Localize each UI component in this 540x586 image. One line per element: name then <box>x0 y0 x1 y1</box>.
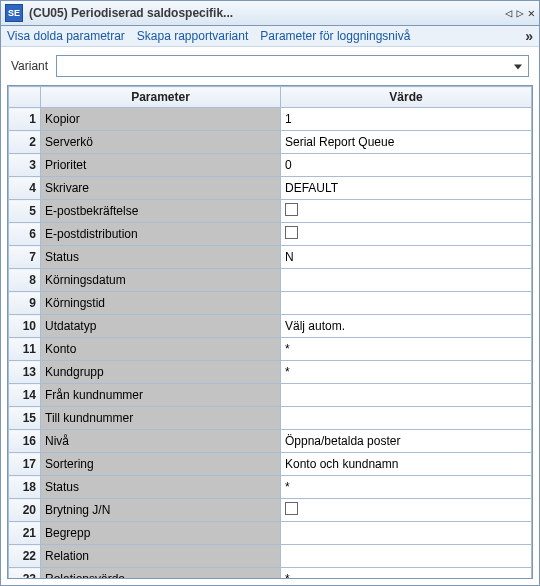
param-name: Till kundnummer <box>41 407 281 430</box>
table-row: 8Körningsdatum <box>9 269 532 292</box>
table-row: 9Körningstid <box>9 292 532 315</box>
window: SE (CU05) Periodiserad saldospecifik... … <box>0 0 540 586</box>
row-number: 16 <box>9 430 41 453</box>
row-number: 2 <box>9 131 41 154</box>
param-name: Sortering <box>41 453 281 476</box>
row-number: 13 <box>9 361 41 384</box>
row-number: 14 <box>9 384 41 407</box>
row-number: 23 <box>9 568 41 580</box>
checkbox-icon[interactable] <box>285 226 298 239</box>
table-row: 1Kopior1 <box>9 108 532 131</box>
param-value[interactable] <box>281 545 532 568</box>
table-row: 6E-postdistribution <box>9 223 532 246</box>
row-number: 10 <box>9 315 41 338</box>
param-name: Körningsdatum <box>41 269 281 292</box>
param-name: Relation <box>41 545 281 568</box>
param-value[interactable]: * <box>281 338 532 361</box>
nav-next-icon[interactable]: ▷ <box>517 6 524 20</box>
table-row: 13Kundgrupp* <box>9 361 532 384</box>
row-number: 1 <box>9 108 41 131</box>
param-name: Brytning J/N <box>41 499 281 522</box>
param-name: Prioritet <box>41 154 281 177</box>
param-value[interactable] <box>281 200 532 223</box>
header-rownum <box>9 87 41 108</box>
param-value[interactable]: DEFAULT <box>281 177 532 200</box>
param-value[interactable] <box>281 384 532 407</box>
param-name: E-postdistribution <box>41 223 281 246</box>
row-number: 15 <box>9 407 41 430</box>
checkbox-icon[interactable] <box>285 203 298 216</box>
window-nav-icons: ◁ ▷ ✕ <box>505 6 535 20</box>
header-row: Parameter Värde <box>9 87 532 108</box>
parameter-table-wrap: Parameter Värde 1Kopior12ServerköSerial … <box>7 85 533 579</box>
menu-logging-level-param[interactable]: Parameter för loggningsnivå <box>260 29 410 43</box>
menu-more-icon[interactable]: » <box>525 31 533 41</box>
param-name: Körningstid <box>41 292 281 315</box>
param-value[interactable]: * <box>281 476 532 499</box>
row-number: 4 <box>9 177 41 200</box>
table-row: 23Relationsvärde* <box>9 568 532 580</box>
table-row: 17SorteringKonto och kundnamn <box>9 453 532 476</box>
menu-create-report-variant[interactable]: Skapa rapportvariant <box>137 29 248 43</box>
param-name: Kopior <box>41 108 281 131</box>
menu-show-hidden-params[interactable]: Visa dolda parametrar <box>7 29 125 43</box>
row-number: 20 <box>9 499 41 522</box>
param-name: Från kundnummer <box>41 384 281 407</box>
param-value[interactable]: * <box>281 568 532 580</box>
row-number: 22 <box>9 545 41 568</box>
param-value[interactable]: Välj autom. <box>281 315 532 338</box>
menubar: Visa dolda parametrar Skapa rapportvaria… <box>1 26 539 47</box>
close-icon[interactable]: ✕ <box>528 6 535 20</box>
param-value[interactable] <box>281 522 532 545</box>
variant-label: Variant <box>11 59 48 73</box>
table-row: 21Begrepp <box>9 522 532 545</box>
table-row: 14Från kundnummer <box>9 384 532 407</box>
row-number: 6 <box>9 223 41 246</box>
row-number: 17 <box>9 453 41 476</box>
row-number: 21 <box>9 522 41 545</box>
table-row: 5E-postbekräftelse <box>9 200 532 223</box>
param-value[interactable] <box>281 292 532 315</box>
table-row: 20Brytning J/N <box>9 499 532 522</box>
param-name: Serverkö <box>41 131 281 154</box>
header-parameter: Parameter <box>41 87 281 108</box>
variant-select[interactable] <box>56 55 529 77</box>
param-name: E-postbekräftelse <box>41 200 281 223</box>
header-value: Värde <box>281 87 532 108</box>
nav-prev-icon[interactable]: ◁ <box>505 6 512 20</box>
checkbox-icon[interactable] <box>285 502 298 515</box>
parameter-table: Parameter Värde 1Kopior12ServerköSerial … <box>8 86 532 579</box>
param-value[interactable] <box>281 499 532 522</box>
param-value[interactable]: N <box>281 246 532 269</box>
table-row: 11Konto* <box>9 338 532 361</box>
param-value[interactable]: Serial Report Queue <box>281 131 532 154</box>
variant-row: Variant <box>1 47 539 81</box>
param-value[interactable] <box>281 407 532 430</box>
param-name: Kundgrupp <box>41 361 281 384</box>
param-value[interactable]: 1 <box>281 108 532 131</box>
param-name: Konto <box>41 338 281 361</box>
row-number: 7 <box>9 246 41 269</box>
param-value[interactable]: Öppna/betalda poster <box>281 430 532 453</box>
param-value[interactable]: * <box>281 361 532 384</box>
param-value[interactable]: Konto och kundnamn <box>281 453 532 476</box>
param-name: Begrepp <box>41 522 281 545</box>
param-name: Status <box>41 246 281 269</box>
titlebar: SE (CU05) Periodiserad saldospecifik... … <box>1 1 539 26</box>
window-title: (CU05) Periodiserad saldospecifik... <box>29 6 505 20</box>
table-row: 7StatusN <box>9 246 532 269</box>
param-name: Nivå <box>41 430 281 453</box>
table-row: 22Relation <box>9 545 532 568</box>
param-name: Relationsvärde <box>41 568 281 580</box>
param-value[interactable] <box>281 223 532 246</box>
app-icon: SE <box>5 4 23 22</box>
param-value[interactable] <box>281 269 532 292</box>
param-value[interactable]: 0 <box>281 154 532 177</box>
row-number: 9 <box>9 292 41 315</box>
table-row: 2ServerköSerial Report Queue <box>9 131 532 154</box>
row-number: 5 <box>9 200 41 223</box>
table-row: 3Prioritet0 <box>9 154 532 177</box>
row-number: 3 <box>9 154 41 177</box>
table-row: 15Till kundnummer <box>9 407 532 430</box>
param-name: Utdatatyp <box>41 315 281 338</box>
